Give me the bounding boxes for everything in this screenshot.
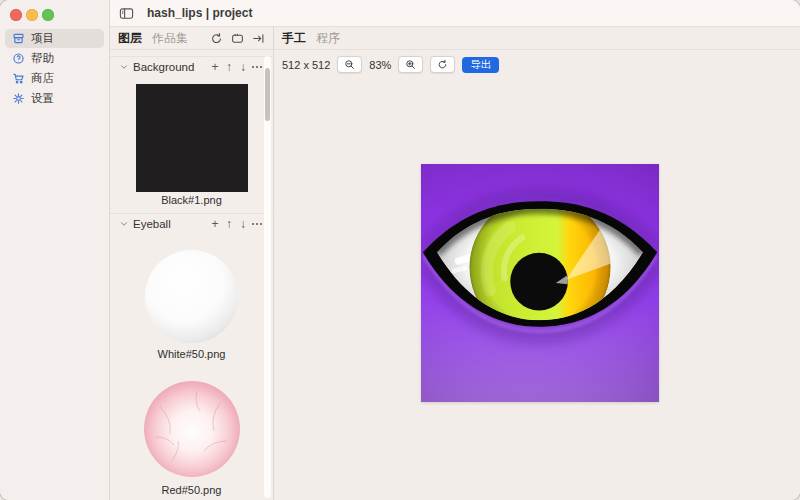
- panel-scrollbar-thumb[interactable]: [265, 68, 270, 121]
- store-icon: [12, 72, 25, 85]
- export-button[interactable]: 导出: [462, 57, 499, 73]
- canvas-area: 手工 程序 512 x 512 83% 导出: [274, 27, 800, 500]
- settings-icon: [12, 92, 25, 105]
- layer-filename: Red#50.png: [110, 484, 273, 497]
- canvas-header: 手工 程序: [274, 27, 800, 50]
- layer-group-header-background[interactable]: Background + ↑ ↓: [110, 56, 273, 77]
- layer-group-header-eyeball[interactable]: Eyeball + ↑ ↓: [110, 213, 273, 234]
- sidebar-item-label: 商店: [31, 71, 54, 86]
- chevron-down-icon: [119, 62, 129, 72]
- refresh-icon[interactable]: [210, 32, 223, 45]
- sidebar-item-settings[interactable]: 设置: [5, 89, 104, 108]
- layer-group-name: Background: [133, 61, 194, 73]
- tab-collections[interactable]: 作品集: [152, 30, 188, 47]
- move-down-button[interactable]: ↓: [236, 60, 250, 74]
- zoom-out-icon: [344, 59, 355, 70]
- dimensions-label: 512 x 512: [282, 59, 330, 71]
- minimize-button[interactable]: [26, 9, 38, 21]
- new-collection-icon[interactable]: [231, 32, 244, 45]
- sidebar-nav: 项目 帮助 商店 设置: [0, 28, 109, 109]
- move-up-button[interactable]: ↑: [222, 60, 236, 74]
- layer-thumbnail-red-sphere[interactable]: [142, 379, 242, 479]
- sidebar-item-label: 项目: [31, 31, 54, 46]
- zoom-out-button[interactable]: [337, 56, 362, 73]
- refresh-icon: [437, 59, 448, 70]
- sidebar: 项目 帮助 商店 设置: [0, 0, 110, 500]
- add-layer-button[interactable]: +: [208, 217, 222, 231]
- window-title: hash_lips | project: [147, 6, 252, 20]
- tab-layers[interactable]: 图层: [118, 30, 142, 47]
- eye-render: [421, 164, 659, 402]
- canvas-toolbar: 512 x 512 83% 导出: [274, 50, 800, 79]
- move-up-button[interactable]: ↑: [222, 217, 236, 231]
- sidebar-item-store[interactable]: 商店: [5, 69, 104, 88]
- titlebar: hash_lips | project: [110, 0, 800, 27]
- zoom-level: 83%: [369, 59, 391, 71]
- sidebar-item-label: 设置: [31, 91, 54, 106]
- more-options-button[interactable]: [250, 61, 264, 73]
- layer-thumbnail-black[interactable]: [136, 84, 248, 192]
- sidebar-item-help[interactable]: 帮助: [5, 49, 104, 68]
- layer-filename: Black#1.png: [110, 194, 273, 207]
- help-icon: [12, 52, 25, 65]
- preview-image: [421, 164, 659, 402]
- layer-filename: White#50.png: [110, 348, 273, 361]
- zoom-in-button[interactable]: [398, 56, 423, 73]
- collapse-panel-icon[interactable]: [252, 32, 265, 45]
- project-icon: [12, 32, 25, 45]
- move-down-button[interactable]: ↓: [236, 217, 250, 231]
- layers-panel: 图层 作品集 Background: [110, 27, 274, 500]
- layer-group-name: Eyeball: [133, 218, 171, 230]
- sidebar-item-label: 帮助: [31, 51, 54, 66]
- chevron-down-icon: [119, 219, 129, 229]
- regenerate-button[interactable]: [430, 56, 455, 73]
- tab-program[interactable]: 程序: [316, 30, 340, 47]
- layers-panel-header: 图层 作品集: [110, 27, 273, 50]
- sidebar-toggle-icon[interactable]: [119, 6, 134, 21]
- more-options-button[interactable]: [250, 218, 264, 230]
- app-window: 项目 帮助 商店 设置: [0, 0, 800, 500]
- add-layer-button[interactable]: +: [208, 60, 222, 74]
- close-button[interactable]: [10, 9, 22, 21]
- zoom-window-button[interactable]: [42, 9, 54, 21]
- panel-scrollbar-track[interactable]: [264, 56, 271, 498]
- tab-manual[interactable]: 手工: [282, 30, 306, 47]
- sidebar-item-project[interactable]: 项目: [5, 29, 104, 48]
- zoom-in-icon: [405, 59, 416, 70]
- layer-thumbnail-white-sphere[interactable]: [143, 248, 240, 345]
